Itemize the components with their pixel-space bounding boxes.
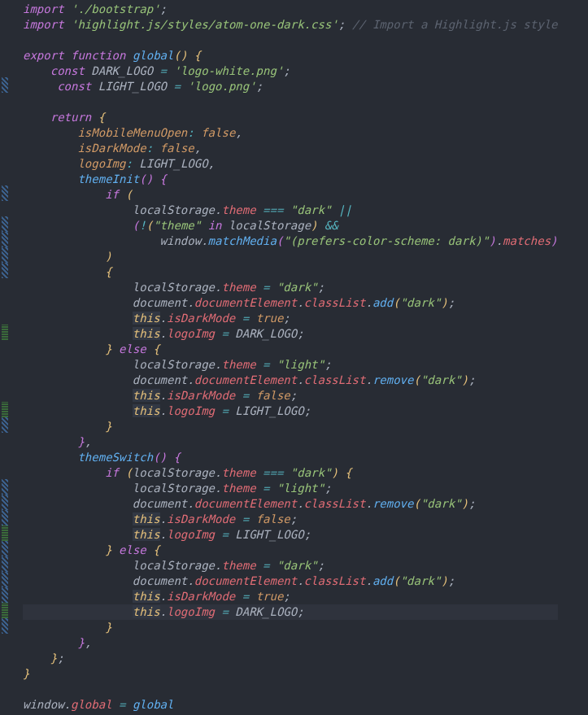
gutter-marker <box>2 185 8 201</box>
token-pn: . <box>297 574 303 587</box>
token-pn <box>23 420 105 433</box>
code-line[interactable]: export function global() { <box>23 48 558 63</box>
code-line[interactable]: }, <box>23 635 558 651</box>
code-area[interactable]: import './bootstrap';import 'highlight.j… <box>13 0 558 715</box>
token-prop: documentElement <box>194 574 297 587</box>
code-line[interactable]: import './bootstrap'; <box>23 2 558 17</box>
code-line[interactable]: this.isDarkMode = true; <box>23 589 558 604</box>
code-line[interactable]: import 'highlight.js/styles/atom-one-dar… <box>23 17 558 33</box>
code-line[interactable]: this.logoImg = LIGHT_LOGO; <box>23 527 558 543</box>
code-line[interactable]: } else { <box>23 543 558 558</box>
code-line[interactable]: ) <box>23 249 558 264</box>
token-bool: true <box>256 312 284 325</box>
code-line[interactable]: this.logoImg = DARK_LOGO; <box>23 604 558 620</box>
token-pny: ( <box>393 574 399 587</box>
code-line[interactable]: if (localStorage.theme === "dark") { <box>23 465 558 481</box>
token-prop: isDarkMode <box>167 389 235 402</box>
code-line[interactable]: } <box>23 620 558 635</box>
gutter-marker <box>2 417 8 433</box>
code-line[interactable]: localStorage.theme = "light"; <box>23 481 558 496</box>
code-line[interactable]: } <box>23 666 558 682</box>
token-pn: ; <box>324 482 331 495</box>
token-pny: ( <box>413 497 420 510</box>
diff-gutter <box>0 0 13 715</box>
token-bool: false <box>256 389 290 402</box>
token-prop: theme <box>221 203 255 216</box>
token-pn: . <box>365 373 372 386</box>
token-pny: { <box>105 265 111 278</box>
code-line[interactable]: logoImg: LIGHT_LOGO, <box>23 156 558 172</box>
code-line[interactable]: localStorage.theme = "light"; <box>23 357 558 373</box>
token-pn <box>345 18 351 31</box>
code-line[interactable]: this.isDarkMode = false; <box>23 512 558 527</box>
code-line[interactable]: this.logoImg = LIGHT_LOGO; <box>23 403 558 419</box>
token-prop: isDarkMode <box>167 312 235 325</box>
code-line[interactable]: localStorage.theme = "dark"; <box>23 558 558 573</box>
token-pn: ; <box>468 373 475 386</box>
code-line[interactable]: themeSwitch() { <box>23 450 558 465</box>
code-line[interactable]: }, <box>23 434 558 450</box>
gutter-marker <box>2 634 8 649</box>
token-pn: . <box>160 590 167 603</box>
gutter-marker <box>2 62 8 77</box>
gutter-marker <box>2 247 8 263</box>
code-line[interactable]: isMobileMenuOpen: false, <box>23 125 558 141</box>
code-line[interactable]: document.documentElement.classList.add("… <box>23 573 558 589</box>
code-line[interactable]: document.documentElement.classList.add("… <box>23 295 558 311</box>
token-pn <box>23 111 50 124</box>
code-line[interactable]: } <box>23 419 558 434</box>
token-pn: LIGHT_LOGO <box>91 80 173 93</box>
token-pn <box>23 404 133 417</box>
code-line[interactable]: }; <box>23 651 558 666</box>
code-line[interactable]: localStorage.theme = "dark"; <box>23 280 558 295</box>
code-line[interactable]: (!("theme" in localStorage) && <box>23 218 558 233</box>
token-pn <box>112 342 119 355</box>
token-pn: DARK_LOGO <box>229 605 297 618</box>
token-pn <box>23 172 77 185</box>
token-this: this <box>133 312 160 325</box>
token-pn <box>23 265 105 278</box>
code-line[interactable] <box>23 33 558 48</box>
gutter-marker <box>2 603 8 618</box>
gutter-marker <box>2 340 8 355</box>
token-pn: . <box>365 497 372 510</box>
code-line[interactable]: themeInit() { <box>23 172 558 187</box>
token-prop: classList <box>304 373 366 386</box>
code-line[interactable]: const LIGHT_LOGO = 'logo.png'; <box>23 79 558 94</box>
token-pny: } <box>50 652 57 665</box>
token-pn <box>153 142 159 155</box>
token-pny: ) <box>462 373 468 386</box>
code-line[interactable]: this.logoImg = DARK_LOGO; <box>23 326 558 342</box>
code-line[interactable] <box>23 682 558 697</box>
code-line[interactable]: this.isDarkMode = false; <box>23 388 558 403</box>
gutter-marker <box>2 77 8 93</box>
token-cmt: // Import a Highlight.js style <box>352 18 558 31</box>
code-line[interactable]: if ( <box>23 187 558 203</box>
token-op: = <box>221 327 228 340</box>
token-pn <box>23 636 77 649</box>
token-kw: const <box>50 64 85 77</box>
code-line[interactable]: this.isDarkMode = true; <box>23 311 558 326</box>
code-line[interactable]: { <box>23 264 558 280</box>
token-pn <box>23 451 77 464</box>
token-pn: LIGHT_LOGO <box>229 528 304 541</box>
gutter-marker <box>2 495 8 510</box>
token-pn: ; <box>304 404 311 417</box>
token-kw: function <box>71 49 125 62</box>
token-pn: ; <box>283 590 290 603</box>
token-pn: localStorage <box>23 482 215 495</box>
token-pn <box>235 312 242 325</box>
token-str: "light" <box>277 482 324 495</box>
code-line[interactable]: window.matchMedia("(prefers-color-scheme… <box>23 233 558 249</box>
token-pn: LIGHT_LOGO <box>133 157 208 170</box>
code-line[interactable]: const DARK_LOGO = 'logo-white.png'; <box>23 63 558 79</box>
gutter-marker <box>2 371 8 386</box>
code-line[interactable]: document.documentElement.classList.remov… <box>23 373 558 388</box>
code-line[interactable]: localStorage.theme === "dark" || <box>23 203 558 218</box>
code-line[interactable]: document.documentElement.classList.remov… <box>23 496 558 512</box>
code-line[interactable]: } else { <box>23 342 558 357</box>
code-line[interactable] <box>23 94 558 110</box>
code-line[interactable]: isDarkMode: false, <box>23 141 558 156</box>
code-line[interactable]: window.global = global <box>23 697 558 713</box>
code-line[interactable]: return { <box>23 110 558 125</box>
